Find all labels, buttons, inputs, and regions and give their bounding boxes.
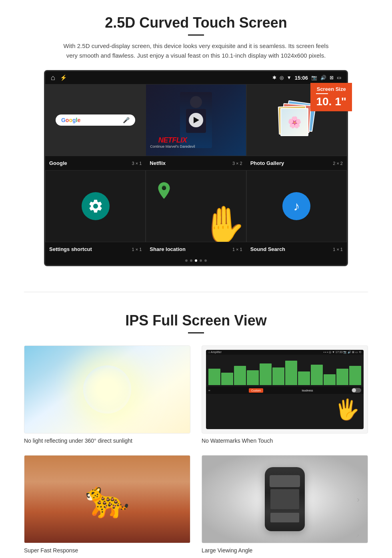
badge-label: Screen Size [316, 86, 346, 92]
eq-bar-7 [285, 361, 297, 385]
sunlight-caption: No light reflecting under 360° direct su… [24, 438, 190, 444]
sound-app-name: Sound Search [250, 246, 285, 252]
cheetah-emoji: 🐆 [85, 478, 130, 520]
car-image: › ↗ [202, 455, 368, 543]
netflix-label-cell: Netflix 3 × 2 [146, 159, 246, 168]
eq-bar-6 [272, 367, 284, 385]
car-caption: Large Viewing Angle [202, 547, 368, 554]
feature-amplifier: ⌂ Amplifier ▪ ▪ ▪ ◎ ▼ 17:33 📷 🔊 ⊠ ▭ ⟲ [202, 345, 368, 444]
gallery-app-name: Photo Gallery [250, 160, 284, 166]
app-label-row-2: Settings shortcut 1 × 1 Share location 1… [45, 242, 347, 256]
pagination-dots [45, 256, 347, 265]
netflix-app-cell[interactable]: NETFLIX Continue Marvel's Daredevil [146, 84, 246, 156]
amp-back: ‹‹ [208, 389, 210, 392]
netflix-subtitle: Continue Marvel's Daredevil [150, 145, 195, 149]
badge-divider [316, 93, 328, 94]
share-label-cell: Share location 1 × 1 [146, 245, 246, 254]
gallery-label-cell: Photo Gallery 2 × 2 [246, 159, 347, 168]
netflix-app-name: Netflix [150, 160, 166, 166]
settings-app-cell[interactable] [45, 170, 146, 242]
settings-app-name: Settings shortcut [49, 246, 92, 252]
google-app-name: Google [49, 160, 67, 166]
section-1-description: With 2.5D curved-display screen, this de… [60, 41, 332, 60]
eq-bar-9 [311, 365, 323, 385]
amplifier-image: ⌂ Amplifier ▪ ▪ ▪ ◎ ▼ 17:33 📷 🔊 ⊠ ▭ ⟲ [202, 345, 368, 434]
sound-label-cell: Sound Search 1 × 1 [246, 245, 347, 254]
eq-bar-11 [336, 369, 348, 385]
play-button[interactable] [189, 113, 203, 127]
cheetah-image: 🐆 [24, 455, 190, 543]
status-bar: ⌂ ⚡ ✱ ◎ ▼ 15:06 📷 🔊 ⊠ ▭ [45, 71, 347, 84]
google-label-cell: Google 3 × 1 [45, 159, 146, 168]
screen-size-badge: Screen Size 10. 1" [310, 83, 352, 111]
settings-app-size: 1 × 1 [132, 247, 142, 252]
amplifier-caption: No Watermarks When Touch [202, 438, 368, 444]
music-note-icon: ♪ [293, 199, 300, 214]
home-icon[interactable]: ⌂ [51, 74, 55, 82]
section-divider [24, 292, 368, 292]
car-indicator: ↗ [356, 533, 360, 539]
title-divider-2 [188, 332, 204, 333]
share-location-cell[interactable]: 🤚 [146, 170, 246, 242]
badge-size: 10. 1" [316, 95, 346, 108]
car-rear-window [270, 513, 299, 522]
cheetah-bg: 🐆 [24, 456, 190, 543]
eq-bar-12 [349, 366, 361, 385]
dot-5[interactable] [204, 259, 207, 262]
amp-home: ⌂ Amplifier [208, 351, 222, 354]
dot-1[interactable] [185, 259, 188, 262]
google-app-size: 3 × 1 [132, 161, 142, 166]
sound-app-size: 1 × 1 [333, 247, 343, 252]
amp-bottom: ‹‹ Custom loudness [206, 387, 364, 394]
share-app-size: 1 × 1 [232, 247, 242, 252]
eq-bars-container [206, 355, 364, 387]
dot-3[interactable] [195, 259, 197, 262]
dot-2[interactable] [190, 259, 192, 262]
eq-bar-5 [260, 363, 272, 385]
feature-grid: No light reflecting under 360° direct su… [24, 345, 368, 554]
sunlight-image [24, 345, 190, 434]
title-divider-1 [188, 34, 204, 36]
sound-search-cell[interactable]: ♪ [246, 170, 347, 242]
toggle-knob [352, 388, 356, 392]
sun-glow [83, 365, 131, 413]
status-right: ✱ ◎ ▼ 15:06 📷 🔊 ⊠ ▭ [272, 75, 341, 81]
custom-button: Custom [249, 388, 263, 393]
status-left: ⌂ ⚡ [51, 74, 67, 82]
flower-icon: 🌸 [288, 116, 302, 129]
sound-icon-circle: ♪ [282, 192, 310, 220]
google-logo: Google [61, 117, 80, 123]
hand-touch-icon: 🖐️ [335, 398, 360, 421]
dot-4[interactable] [200, 259, 202, 262]
loudness-toggle[interactable] [352, 388, 361, 393]
window-icon: ▭ [337, 75, 341, 80]
amp-screen: ⌂ Amplifier ▪ ▪ ▪ ◎ ▼ 17:33 📷 🔊 ⊠ ▭ ⟲ [206, 350, 364, 429]
status-time: 15:06 [295, 75, 308, 81]
device-wrapper: Screen Size 10. 1" ⌂ ⚡ ✱ ◎ ▼ 15:06 📷 [44, 70, 348, 266]
pointing-hand-icon: 🤚 [201, 204, 246, 242]
section-1-title: 2.5D Curved Touch Screen [24, 14, 368, 31]
car-windshield [270, 475, 300, 487]
maps-icon-wrapper [154, 179, 174, 204]
eq-bar-2 [221, 373, 233, 385]
settings-label-cell: Settings shortcut 1 × 1 [45, 245, 146, 254]
stacked-photos: 🌸 [278, 102, 314, 138]
battery-icon: ⊠ [330, 75, 334, 80]
play-icon [194, 117, 199, 123]
eq-bar-3 [234, 366, 246, 385]
cheetah-caption: Super Fast Response [24, 547, 190, 554]
device-frame: ⌂ ⚡ ✱ ◎ ▼ 15:06 📷 🔊 ⊠ ▭ [44, 70, 348, 266]
gear-icon [88, 198, 104, 214]
netflix-logo: NETFLIX [158, 136, 187, 144]
feature-car: › ↗ Large Viewing Angle [202, 455, 368, 554]
amp-status: ⌂ Amplifier ▪ ▪ ▪ ◎ ▼ 17:33 📷 🔊 ⊠ ▭ ⟲ [206, 350, 364, 355]
google-app-cell[interactable]: Google 🎤 [45, 84, 146, 156]
eq-bar-4 [247, 370, 259, 385]
settings-icon-circle [82, 192, 110, 220]
google-search-bar[interactable]: Google 🎤 [56, 114, 135, 126]
netflix-badge: NETFLIX Continue Marvel's Daredevil [150, 136, 195, 149]
eq-bar-10 [324, 374, 336, 385]
mic-icon[interactable]: 🎤 [123, 117, 130, 123]
maps-pin-icon [154, 179, 174, 203]
car-roof [270, 489, 299, 509]
